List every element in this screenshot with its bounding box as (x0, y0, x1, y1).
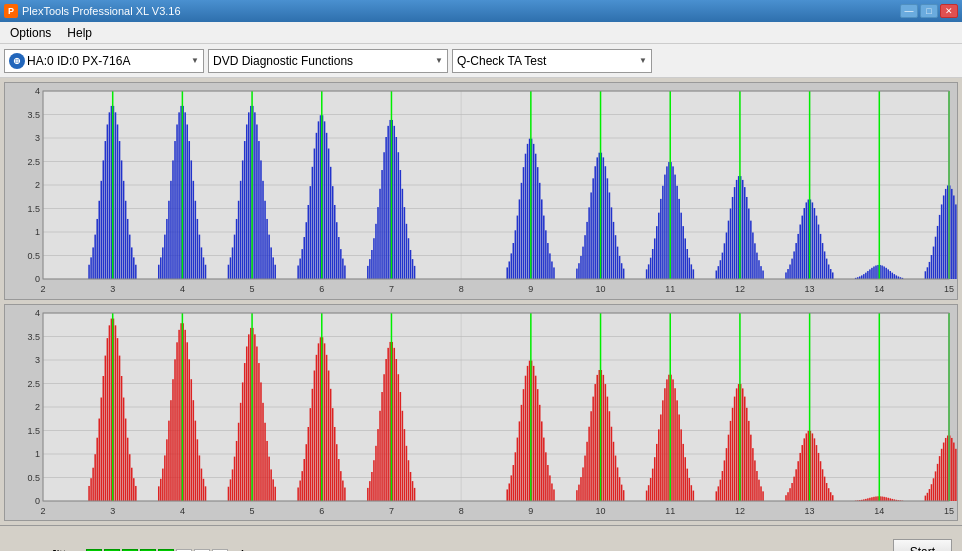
test-label: Q-Check TA Test (457, 54, 639, 68)
app-title: PlexTools Professional XL V3.16 (22, 5, 181, 17)
function-arrow-icon: ▼ (435, 56, 443, 65)
title-bar: P PlexTools Professional XL V3.16 — □ ✕ (0, 0, 962, 22)
main-content (0, 78, 962, 525)
maximize-button[interactable]: □ (920, 4, 938, 18)
minimize-button[interactable]: — (900, 4, 918, 18)
menu-bar: Options Help (0, 22, 962, 44)
close-button[interactable]: ✕ (940, 4, 958, 18)
test-arrow-icon: ▼ (639, 56, 647, 65)
menu-options[interactable]: Options (4, 24, 57, 42)
bottom-right-actions: Start i (893, 539, 952, 552)
toolbar: ⊕ HA:0 ID:0 PX-716A ▼ DVD Diagnostic Fun… (0, 44, 962, 78)
app-icon: P (4, 4, 18, 18)
jitter-label: Jitter: (10, 548, 80, 552)
top-chart (4, 82, 958, 300)
start-button[interactable]: Start (893, 539, 952, 552)
bottom-panel: Jitter: 4 Peak Shift: 4 TA Quality Indic… (0, 525, 962, 551)
function-label: DVD Diagnostic Functions (213, 54, 435, 68)
device-icon: ⊕ (9, 53, 25, 69)
test-selector[interactable]: Q-Check TA Test ▼ (452, 49, 652, 73)
title-controls: — □ ✕ (900, 4, 958, 18)
metrics-section: Jitter: 4 Peak Shift: 4 (10, 548, 245, 552)
bottom-chart-canvas (5, 305, 958, 522)
device-arrow-icon: ▼ (191, 56, 199, 65)
jitter-row: Jitter: 4 (10, 548, 245, 552)
function-selector[interactable]: DVD Diagnostic Functions ▼ (208, 49, 448, 73)
device-selector[interactable]: ⊕ HA:0 ID:0 PX-716A ▼ (4, 49, 204, 73)
top-chart-canvas (5, 83, 958, 300)
bottom-chart (4, 304, 958, 522)
menu-help[interactable]: Help (61, 24, 98, 42)
title-bar-left: P PlexTools Professional XL V3.16 (4, 4, 181, 18)
jitter-value: 4 (238, 548, 245, 552)
device-label: HA:0 ID:0 PX-716A (27, 54, 189, 68)
